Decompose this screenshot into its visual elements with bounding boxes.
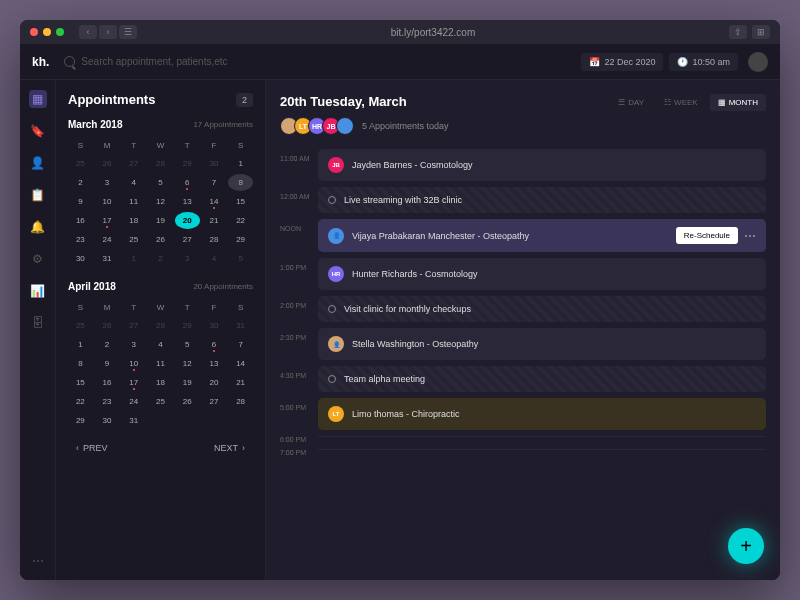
cal-day[interactable]: 18 <box>148 374 173 391</box>
cal-day[interactable]: 1 <box>68 336 93 353</box>
cal-day[interactable]: 4 <box>121 174 146 191</box>
avatar[interactable] <box>336 117 354 135</box>
cal-day[interactable]: 30 <box>202 317 227 334</box>
back-button[interactable]: ‹ <box>79 25 97 39</box>
cal-day[interactable]: 24 <box>95 231 120 248</box>
cal-day[interactable]: 28 <box>228 393 253 410</box>
cal-day[interactable]: 4 <box>202 250 227 267</box>
appointment-card[interactable]: Visit clinic for monthly checkups <box>318 296 766 322</box>
cal-day[interactable]: 30 <box>68 250 93 267</box>
cal-day[interactable]: 30 <box>202 155 227 172</box>
cal-day[interactable]: 28 <box>202 231 227 248</box>
cal-day[interactable]: 8 <box>68 355 93 372</box>
cal-day[interactable]: 26 <box>175 393 200 410</box>
cal-day[interactable]: 24 <box>121 393 146 410</box>
cal-day[interactable]: 31 <box>95 250 120 267</box>
sidebar-item-alerts[interactable]: 🔔 <box>29 218 47 236</box>
cal-day[interactable]: 12 <box>148 193 173 210</box>
cal-day[interactable]: 19 <box>148 212 173 229</box>
cal-day[interactable]: 26 <box>148 231 173 248</box>
cal-day[interactable]: 26 <box>95 155 120 172</box>
cal-day[interactable]: 11 <box>148 355 173 372</box>
cal-day[interactable]: 16 <box>68 212 93 229</box>
cal-day[interactable]: 9 <box>68 193 93 210</box>
sidebar-item-reports[interactable]: 📊 <box>29 282 47 300</box>
cal-day[interactable]: 31 <box>228 317 253 334</box>
empty-slot[interactable] <box>318 436 766 437</box>
cal-day[interactable]: 25 <box>68 155 93 172</box>
cal-day[interactable]: 22 <box>228 212 253 229</box>
cal-day[interactable]: 1 <box>121 250 146 267</box>
sidebar-item-dashboard[interactable]: ▦ <box>29 90 47 108</box>
cal-day[interactable]: 25 <box>68 317 93 334</box>
appointment-card[interactable]: Team alpha meeting <box>318 366 766 392</box>
cal-day[interactable]: 11 <box>121 193 146 210</box>
cal-day[interactable]: 17 <box>121 374 146 391</box>
time-chip[interactable]: 🕐 10:50 am <box>669 53 738 71</box>
tabs-icon[interactable]: ⊞ <box>752 25 770 39</box>
cal-day[interactable]: 13 <box>175 193 200 210</box>
cal-day[interactable]: 29 <box>228 231 253 248</box>
share-icon[interactable]: ⇪ <box>729 25 747 39</box>
cal-day[interactable]: 7 <box>202 174 227 191</box>
appointment-card[interactable]: HRHunter Richards - Cosmotology <box>318 258 766 290</box>
sidebar-item-patients[interactable]: 👤 <box>29 154 47 172</box>
tab-day[interactable]: ☰ DAY <box>610 94 652 111</box>
url-bar[interactable]: bit.ly/port3422.com <box>142 27 724 38</box>
add-button[interactable]: + <box>728 528 764 564</box>
cal-day[interactable]: 29 <box>175 317 200 334</box>
cal-day[interactable]: 3 <box>95 174 120 191</box>
cal-day[interactable]: 20 <box>175 212 200 229</box>
cal-day[interactable]: 22 <box>68 393 93 410</box>
sidebar-item-archive[interactable]: 🗄 <box>29 314 47 332</box>
cal-day[interactable]: 28 <box>148 155 173 172</box>
sidebar-toggle-icon[interactable]: ☰ <box>119 25 137 39</box>
cal-day[interactable]: 4 <box>148 336 173 353</box>
cal-day[interactable]: 25 <box>148 393 173 410</box>
appointment-card[interactable]: LTLimo thomas - Chiropractic <box>318 398 766 430</box>
maximize-icon[interactable] <box>56 28 64 36</box>
cal-day[interactable]: 29 <box>175 155 200 172</box>
reschedule-button[interactable]: Re-Schedule <box>676 227 738 244</box>
sidebar-item-bookmark[interactable]: 🔖 <box>29 122 47 140</box>
cal-day[interactable]: 21 <box>228 374 253 391</box>
cal-day[interactable]: 3 <box>175 250 200 267</box>
sidebar-item-settings[interactable]: ⚙ <box>29 250 47 268</box>
cal-day[interactable]: 21 <box>202 212 227 229</box>
cal-day[interactable]: 12 <box>175 355 200 372</box>
cal-day[interactable]: 9 <box>95 355 120 372</box>
cal-day[interactable]: 6 <box>175 174 200 191</box>
cal-day[interactable]: 25 <box>121 231 146 248</box>
cal-day[interactable]: 6 <box>202 336 227 353</box>
cal-day[interactable]: 27 <box>121 317 146 334</box>
cal-day[interactable]: 13 <box>202 355 227 372</box>
cal-day[interactable]: 10 <box>95 193 120 210</box>
cal-day[interactable]: 3 <box>121 336 146 353</box>
empty-slot[interactable] <box>318 449 766 450</box>
cal-day[interactable]: 5 <box>175 336 200 353</box>
appointment-card[interactable]: 👤Stella Washington - Osteopathy <box>318 328 766 360</box>
cal-day[interactable]: 23 <box>68 231 93 248</box>
cal-day[interactable]: 5 <box>228 250 253 267</box>
cal-day[interactable]: 28 <box>148 317 173 334</box>
appointment-card[interactable]: 👤Vijaya Prabakaran Manchester - Osteopat… <box>318 219 766 252</box>
close-icon[interactable] <box>30 28 38 36</box>
sidebar-item-notes[interactable]: 📋 <box>29 186 47 204</box>
search-input[interactable]: Search appointment, patients,etc <box>64 56 575 67</box>
cal-day[interactable]: 1 <box>228 155 253 172</box>
date-chip[interactable]: 📅 22 Dec 2020 <box>581 53 663 71</box>
prev-button[interactable]: ‹ PREV <box>76 443 108 453</box>
tab-month[interactable]: ▦ MONTH <box>710 94 766 111</box>
cal-day[interactable]: 18 <box>121 212 146 229</box>
cal-day[interactable]: 7 <box>228 336 253 353</box>
sidebar-item-more[interactable]: ⋯ <box>29 552 47 570</box>
cal-day[interactable]: 17 <box>95 212 120 229</box>
cal-day[interactable]: 19 <box>175 374 200 391</box>
user-avatar[interactable] <box>748 52 768 72</box>
cal-day[interactable]: 20 <box>202 374 227 391</box>
cal-day[interactable]: 27 <box>202 393 227 410</box>
cal-day[interactable]: 29 <box>68 412 93 429</box>
cal-day[interactable]: 27 <box>121 155 146 172</box>
appointment-card[interactable]: JBJayden Barnes - Cosmotology <box>318 149 766 181</box>
more-icon[interactable]: ⋯ <box>744 229 756 243</box>
